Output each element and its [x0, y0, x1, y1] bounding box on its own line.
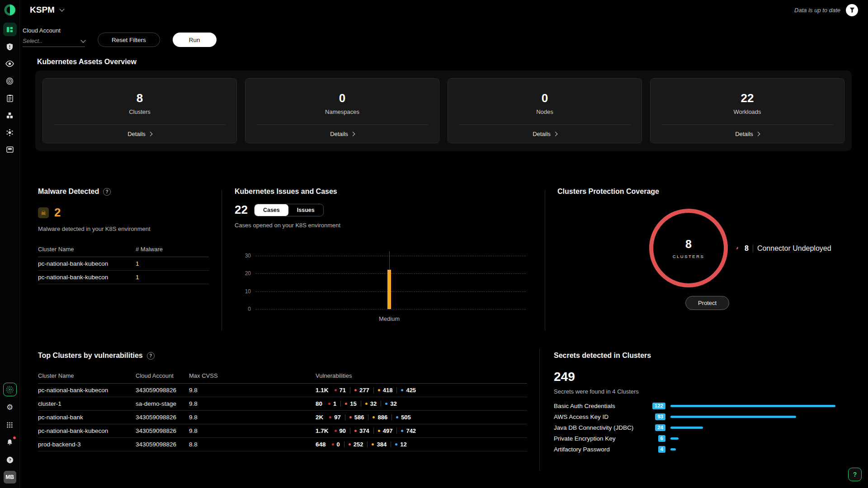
malware-title-text: Malware Detected — [38, 188, 99, 196]
severity-count: 277 — [354, 387, 369, 394]
cloud-account-label: Cloud Account — [23, 27, 85, 34]
page-title: KSPM — [30, 5, 55, 15]
burst-icon[interactable] — [3, 126, 17, 139]
secret-row[interactable]: Java DB Connectivity (JDBC)24 — [554, 423, 852, 432]
details-link[interactable]: Details — [735, 131, 760, 137]
table-row[interactable]: pc-national-bank-kubecon1 — [38, 257, 209, 271]
separator — [373, 387, 374, 393]
assets-overview-panel: 8ClustersDetails0NamespacesDetails0Nodes… — [35, 70, 852, 151]
cloud-account-placeholder: Select.. — [23, 38, 42, 44]
secret-bar — [670, 416, 796, 418]
details-link[interactable]: Details — [330, 131, 354, 137]
table-row[interactable]: prod-backend-33430590988268.864802523841… — [38, 438, 527, 451]
legend-label: Connector Undeployed — [757, 244, 831, 253]
separator — [373, 428, 374, 434]
cloud-account-select[interactable]: Select.. — [23, 38, 85, 47]
severity-dot-icon — [365, 403, 368, 405]
help-widget-button[interactable]: ? — [848, 468, 862, 481]
shield-alert-icon[interactable] — [3, 40, 17, 53]
table-row[interactable]: cluster-1sa-demo-stage9.8801153232 — [38, 397, 527, 411]
bell-icon[interactable] — [3, 436, 17, 449]
separator — [396, 387, 397, 393]
severity-count: 32 — [385, 400, 396, 407]
divider — [459, 124, 631, 125]
separator — [350, 387, 350, 393]
svg-text:?: ? — [8, 457, 11, 462]
severity-count: 425 — [401, 387, 416, 394]
protection-section: Clusters Protection Coverage 8 CLUSTERS … — [557, 188, 852, 332]
bar-medium[interactable] — [387, 270, 391, 309]
severity-count: 71 — [335, 387, 346, 394]
table-row[interactable]: pc-national-bank3430590988269.82K9758688… — [38, 411, 527, 424]
clipboard-icon[interactable] — [3, 91, 17, 105]
x-tick-label: Medium — [379, 315, 400, 322]
separator — [392, 414, 392, 420]
severity-dot-icon — [328, 403, 330, 405]
severity-dot-icon — [401, 430, 403, 432]
secret-row[interactable]: Private Encryption Key6 — [554, 434, 852, 443]
run-button[interactable]: Run — [173, 33, 217, 47]
separator — [340, 401, 341, 407]
funnel-icon — [849, 7, 855, 13]
cases-issues-toggle: CasesIssues — [254, 204, 324, 216]
cases-count: 22 — [235, 203, 248, 217]
secret-row[interactable]: AWS Access Key ID93 — [554, 413, 852, 421]
dashboard-icon[interactable] — [3, 23, 17, 36]
table-row[interactable]: pc-national-bank-kubecon3430590988269.81… — [38, 424, 527, 438]
y-tick-label: 0 — [238, 306, 251, 312]
y-tick-label: 20 — [238, 270, 251, 277]
severity-count: 886 — [373, 414, 387, 421]
asset-card-clusters: 8ClustersDetails — [42, 78, 237, 143]
table-row[interactable]: pc-national-bank-kubecon3430590988269.81… — [38, 384, 527, 397]
asset-label: Namespaces — [325, 108, 359, 115]
severity-count: 384 — [372, 441, 387, 448]
protect-button[interactable]: Protect — [685, 296, 729, 310]
severity-count: 15 — [345, 400, 356, 407]
target-icon[interactable] — [3, 74, 17, 88]
app-logo-icon[interactable] — [4, 4, 16, 16]
avatar[interactable]: MB — [4, 471, 16, 483]
top-clusters-title: Top Clusters by vulnerabilities ? — [38, 352, 527, 360]
details-link[interactable]: Details — [533, 131, 557, 137]
protection-title: Clusters Protection Coverage — [557, 188, 852, 196]
secret-bar — [670, 448, 676, 450]
cloud-account-field: Cloud Account Select.. — [23, 27, 85, 47]
eye-icon[interactable] — [3, 57, 17, 70]
tab-cases[interactable]: Cases — [255, 204, 288, 216]
secret-row[interactable]: Basic Auth Credentials122 — [554, 402, 852, 410]
malware-count-row: ☠ 2 — [38, 206, 209, 220]
gear-icon[interactable]: ⚙ — [3, 400, 17, 414]
help-icon[interactable]: ? — [103, 188, 111, 196]
issues-cases-title-text: Kubernetes Issues and Cases — [235, 188, 337, 196]
protection-donut-value: 8 — [685, 238, 692, 251]
secret-label: AWS Access Key ID — [554, 413, 646, 420]
window-icon[interactable] — [3, 143, 17, 156]
help-icon[interactable]: ? — [147, 352, 155, 360]
details-link[interactable]: Details — [127, 131, 152, 137]
chevron-down-icon — [80, 38, 85, 42]
secrets-description: Secrets were found in 4 Clusters — [554, 388, 852, 395]
secret-row[interactable]: Artifactory Password4 — [554, 445, 852, 454]
filter-button[interactable] — [846, 4, 858, 16]
severity-dot-icon — [354, 430, 357, 432]
protection-donut[interactable]: 8 CLUSTERS — [649, 209, 728, 287]
severity-dot-icon — [332, 443, 334, 446]
table-header: Cluster NameCloud AccountMax CVSSVulnera… — [38, 372, 527, 384]
severity-dot-icon — [385, 403, 387, 405]
gridline — [255, 256, 526, 256]
reset-filters-button[interactable]: Reset Filters — [98, 33, 160, 47]
secrets-section: Secrets detected in Clusters 249 Secrets… — [554, 352, 852, 454]
arc-segment-icon — [736, 246, 741, 251]
secret-label: Basic Auth Credentials — [554, 403, 646, 409]
severity-count: 12 — [395, 441, 406, 448]
secret-bar — [670, 437, 679, 440]
apps-grid-icon[interactable] — [3, 418, 17, 432]
secret-label: Private Encryption Key — [554, 435, 646, 442]
blocks-icon[interactable] — [3, 108, 17, 122]
radar-icon[interactable] — [3, 383, 17, 396]
help-icon[interactable]: ? — [3, 453, 17, 467]
tab-issues[interactable]: Issues — [288, 204, 323, 216]
app-switcher[interactable]: KSPM — [30, 5, 64, 15]
table-row[interactable]: pc-national-bank-kubecon1 — [38, 271, 209, 284]
severity-count: 505 — [396, 414, 411, 421]
